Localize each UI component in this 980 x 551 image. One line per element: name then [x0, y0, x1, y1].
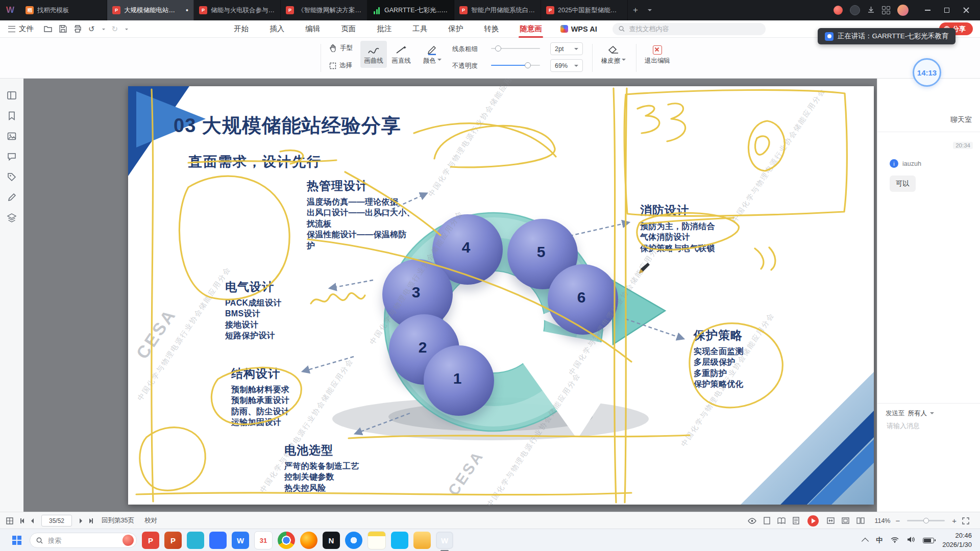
ime-indicator[interactable]: 中 — [876, 536, 883, 545]
tab-screen-sharing[interactable]: GARRTTE-七彩光...正在共享 — [368, 0, 454, 20]
wifi-icon[interactable] — [891, 536, 899, 545]
taskbar-clock[interactable]: 20:46 2026/1/30 — [942, 531, 972, 549]
document-canvas[interactable]: 4 5 3 6 2 1 中国化学与物理电源行业协会储能应用分会 中国化学与物理电… — [23, 79, 877, 512]
user-avatar[interactable] — [897, 5, 909, 16]
theme-icon[interactable] — [850, 5, 860, 15]
qq-icon[interactable] — [391, 532, 408, 549]
menu-protect[interactable]: 保护 — [447, 21, 464, 37]
select-tool[interactable]: 选择 — [329, 61, 352, 70]
recording-indicator-icon[interactable] — [834, 6, 843, 15]
layers-panel-icon[interactable] — [7, 213, 17, 223]
meeting-timer-bubble[interactable]: 14:13 — [913, 58, 941, 87]
fullscreen-icon[interactable] — [962, 517, 969, 524]
page-indicator[interactable]: 35/52 — [41, 515, 72, 527]
undo-icon[interactable]: ↺ — [88, 24, 95, 34]
calendar-icon[interactable]: 31 — [254, 531, 273, 549]
tab-presentation-2[interactable]: P 储能与火电联合参与电力系统调频 — [194, 0, 281, 20]
undo-dropdown-icon[interactable] — [102, 29, 105, 32]
redo-dropdown-icon[interactable] — [125, 29, 128, 32]
battery-icon[interactable] — [923, 538, 934, 543]
bookmark-icon[interactable] — [7, 111, 17, 121]
tab-pdf-2[interactable]: P 2025中国新型储能行业发展白皮书 — [541, 0, 628, 20]
zoom-in-button[interactable]: + — [952, 516, 957, 525]
menu-freehand-draw[interactable]: 随意画 — [519, 21, 543, 37]
minimize-button[interactable] — [918, 0, 937, 20]
draw-curve-tool[interactable]: 画曲线 — [360, 41, 387, 68]
book-view-icon[interactable] — [777, 517, 786, 524]
tray-expand-icon[interactable] — [862, 538, 869, 545]
print-icon[interactable] — [74, 25, 82, 33]
zoom-value[interactable]: 114% — [874, 517, 890, 524]
eraser-tool[interactable]: 橡皮擦 — [598, 41, 629, 68]
tag-panel-icon[interactable] — [7, 172, 17, 182]
fit-page-icon[interactable] — [842, 517, 849, 524]
thickness-slider[interactable] — [491, 45, 540, 52]
chrome-icon[interactable] — [278, 532, 295, 549]
start-button[interactable] — [8, 532, 26, 549]
single-page-view-icon[interactable] — [764, 517, 770, 524]
slide-grid-icon[interactable] — [6, 517, 13, 524]
send-target-dropdown-icon[interactable] — [930, 412, 934, 416]
dark-app-icon[interactable]: N — [323, 532, 340, 549]
color-picker[interactable]: 颜色 — [418, 41, 447, 68]
first-page-button[interactable] — [20, 518, 24, 523]
next-page-button[interactable] — [80, 518, 82, 523]
scroll-view-icon[interactable] — [793, 517, 799, 524]
exit-edit-tool[interactable]: 退出编辑 — [641, 41, 674, 68]
save-icon[interactable] — [59, 25, 67, 33]
docs-app-icon[interactable] — [209, 532, 227, 549]
image-panel-icon[interactable] — [7, 131, 17, 141]
hand-tool[interactable]: 手型 — [329, 44, 353, 53]
wechat-work-icon[interactable]: W — [232, 532, 249, 549]
opacity-select[interactable]: 69% — [550, 59, 583, 72]
menu-insert[interactable]: 插入 — [268, 21, 285, 37]
close-button[interactable] — [957, 0, 976, 20]
comment-panel-icon[interactable] — [7, 152, 17, 162]
powerpoint-icon[interactable]: P — [164, 532, 182, 549]
side-by-side-icon[interactable] — [856, 517, 865, 524]
proofread-button[interactable]: 校对 — [144, 516, 157, 525]
menu-tools[interactable]: 工具 — [411, 21, 428, 37]
slide-page-35[interactable]: 4 5 3 6 2 1 中国化学与物理电源行业协会储能应用分会 中国化学与物理电… — [128, 86, 874, 505]
thickness-select[interactable]: 2pt — [550, 42, 583, 55]
draw-line-tool[interactable]: 画直线 — [388, 41, 414, 68]
file-menu-button[interactable]: 文件 — [0, 24, 41, 34]
zoom-slider[interactable] — [907, 520, 945, 521]
wps-logo-icon[interactable] — [0, 0, 20, 20]
previous-page-button[interactable] — [31, 518, 34, 523]
eye-protect-icon[interactable] — [748, 518, 756, 524]
last-page-button[interactable] — [89, 518, 93, 523]
apps-grid-icon[interactable] — [882, 6, 890, 14]
open-folder-icon[interactable] — [44, 25, 53, 33]
tab-current-presentation[interactable]: P 大规模储能电站关键技术及建 • — [107, 0, 194, 20]
wps-word-icon[interactable]: W — [436, 532, 453, 549]
pen-panel-icon[interactable] — [7, 192, 17, 203]
wps-ai-button[interactable]: WPS AI — [560, 25, 597, 33]
firefox-icon[interactable] — [300, 532, 317, 549]
tab-docer-template[interactable]: 稻 找稻壳模板 — [20, 0, 107, 20]
menu-start[interactable]: 开始 — [233, 21, 250, 37]
slide-panel-icon[interactable] — [7, 90, 17, 101]
fit-width-icon[interactable] — [827, 517, 835, 524]
meeting-app-icon[interactable] — [187, 532, 204, 549]
send-to-row[interactable]: 发送至 所有人 — [877, 403, 980, 418]
safari-icon[interactable] — [345, 532, 362, 549]
back-to-page-button[interactable]: 回到第35页 — [102, 516, 134, 525]
volume-icon[interactable] — [907, 536, 915, 545]
tab-presentation-3[interactable]: P 《智能微网解决方案技术白皮 — [281, 0, 368, 20]
maximize-button[interactable] — [937, 0, 957, 20]
menu-page[interactable]: 页面 — [340, 21, 357, 37]
tab-pdf-1[interactable]: P 智能户用储能系统白皮书2022.pdf — [454, 0, 541, 20]
new-tab-button[interactable]: + — [628, 0, 643, 20]
taskbar-search-input[interactable] — [47, 536, 110, 545]
zoom-out-button[interactable]: − — [895, 516, 900, 525]
notes-icon[interactable] — [368, 531, 386, 549]
tab-list-dropdown[interactable] — [643, 0, 656, 20]
wps-presentation-icon[interactable]: P — [142, 532, 159, 549]
opacity-slider[interactable] — [491, 62, 540, 69]
chat-message-input[interactable] — [886, 421, 974, 430]
play-slideshow-button[interactable] — [807, 515, 819, 527]
file-explorer-icon[interactable] — [413, 532, 431, 549]
document-search[interactable] — [612, 23, 766, 35]
menu-convert[interactable]: 转换 — [483, 21, 500, 37]
